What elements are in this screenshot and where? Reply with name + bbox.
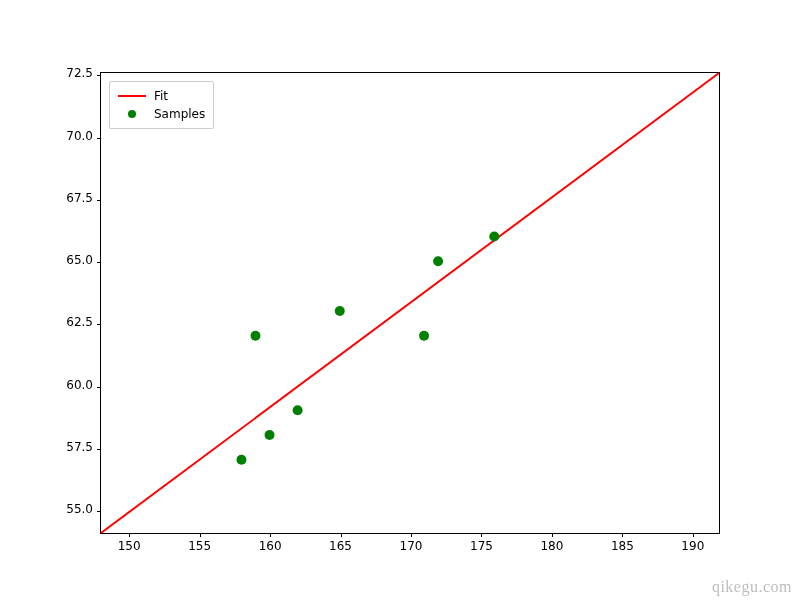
x-tick-label: 155 [188, 539, 211, 553]
x-tick [270, 533, 271, 537]
y-tick [97, 511, 101, 512]
y-tick-label: 65.0 [66, 253, 93, 267]
y-tick-label: 55.0 [66, 502, 93, 516]
x-tick-label: 175 [470, 539, 493, 553]
sample-point [236, 455, 246, 465]
x-tick-label: 160 [259, 539, 282, 553]
x-tick [552, 533, 553, 537]
x-tick [411, 533, 412, 537]
y-tick [97, 262, 101, 263]
y-tick-label: 57.5 [66, 440, 93, 454]
x-tick-label: 170 [400, 539, 423, 553]
fit-line [101, 73, 719, 533]
y-tick [97, 324, 101, 325]
x-tick [341, 533, 342, 537]
sample-point [433, 256, 443, 266]
legend-label: Fit [154, 89, 168, 103]
sample-point [419, 331, 429, 341]
plot-axes: Fit Samples 1501551601651701751801851905… [100, 72, 720, 534]
plot-area [101, 73, 719, 533]
sample-point [293, 405, 303, 415]
sample-point [265, 430, 275, 440]
line-swatch-icon [118, 95, 146, 97]
sample-point [335, 306, 345, 316]
y-tick-label: 72.5 [66, 66, 93, 80]
x-tick [693, 533, 694, 537]
legend-item-fit: Fit [118, 87, 205, 105]
x-tick-label: 180 [540, 539, 563, 553]
x-tick [622, 533, 623, 537]
y-tick [97, 449, 101, 450]
y-tick-label: 62.5 [66, 315, 93, 329]
x-tick-label: 190 [681, 539, 704, 553]
legend-label: Samples [154, 107, 205, 121]
x-tick-label: 150 [118, 539, 141, 553]
watermark: qikegu.com [712, 578, 792, 596]
x-tick [481, 533, 482, 537]
y-tick-label: 70.0 [66, 129, 93, 143]
dot-swatch-icon [118, 110, 146, 118]
x-tick-label: 165 [329, 539, 352, 553]
y-tick [97, 75, 101, 76]
y-tick-label: 60.0 [66, 378, 93, 392]
x-tick [129, 533, 130, 537]
y-tick [97, 200, 101, 201]
figure: Fit Samples 1501551601651701751801851905… [0, 0, 800, 600]
sample-point [489, 232, 499, 242]
x-tick-label: 185 [611, 539, 634, 553]
y-tick-label: 67.5 [66, 191, 93, 205]
legend-item-samples: Samples [118, 105, 205, 123]
legend: Fit Samples [109, 81, 214, 129]
x-tick [200, 533, 201, 537]
y-tick [97, 138, 101, 139]
y-tick [97, 387, 101, 388]
sample-point [251, 331, 261, 341]
